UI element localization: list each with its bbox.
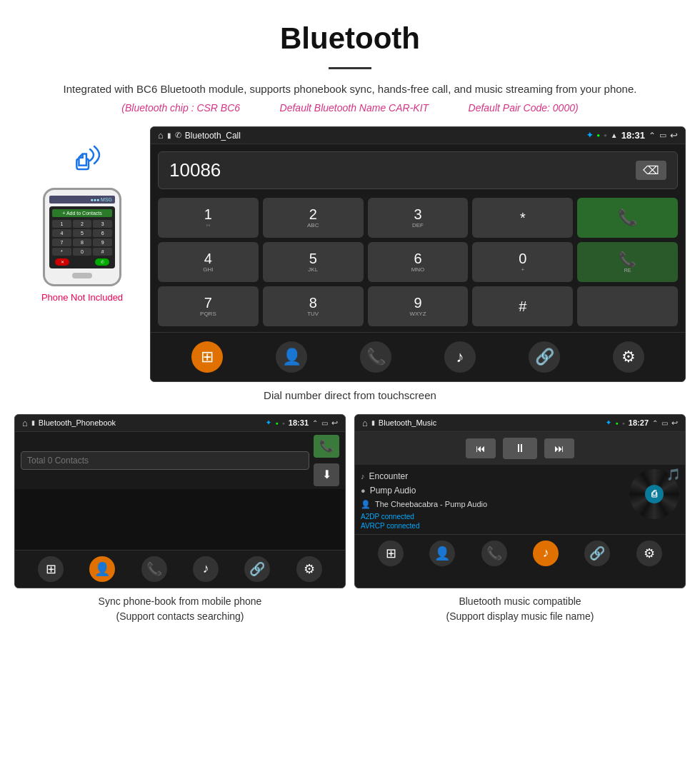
phonebook-side-buttons: 📞 ⬇ [314,435,339,486]
toolbar-link-btn[interactable]: 🔗 [529,341,560,373]
pb-toolbar-settings-btn[interactable]: ⚙ [296,556,322,582]
pb-expand-icon: ⌃ [312,419,318,427]
phone-key-0: 0 [73,248,92,256]
toolbar-settings-btn[interactable]: ⚙ [613,341,644,373]
music-prev-button[interactable]: ⏮ [466,438,496,458]
key-1[interactable]: 1◦◦ [158,198,259,238]
key-redial[interactable]: 📞RE [577,242,678,282]
key-3[interactable]: 3DEF [368,198,469,238]
key-2[interactable]: 2ABC [263,198,364,238]
phonebook-call-button[interactable]: 📞 [314,435,339,458]
signal-dot1: ● [596,132,600,139]
phone-bottom-btns: ✕ ✆ [52,258,112,266]
phone-mockup: ●●● MSG + Add to Contacts 1 2 3 4 5 6 7 … [43,188,121,286]
phonebook-screen: ⌂ ▮ Bluetooth_Phonebook ✦ ● ● 18:31 ⌃ ▭ … [14,414,346,588]
key-hash[interactable]: # [472,286,573,326]
toolbar-contacts-btn[interactable]: 👤 [276,341,307,373]
music-next-button[interactable]: ⏭ [544,438,574,458]
track-1: ♪ Encounter [361,469,624,483]
toolbar-call-btn[interactable]: 📞 [360,341,391,373]
pb-bt-icon: ✦ [266,419,271,426]
phone-home-button [72,273,92,278]
phone-key-hash: # [93,248,112,256]
key-empty [577,286,678,326]
track-3: 👤 The Cheebacabra - Pump Audio [361,498,624,511]
mu-back-icon: ↩ [671,418,678,428]
mu-title: Bluetooth_Music [379,418,436,427]
pb-window-icon: ▭ [321,419,328,427]
phonebook-wrapper: ⌂ ▮ Bluetooth_Phonebook ✦ ● ● 18:31 ⌃ ▭ … [14,414,346,624]
pb-title: Bluetooth_Phonebook [39,418,116,427]
bottom-screens-area: ⌂ ▮ Bluetooth_Phonebook ✦ ● ● 18:31 ⌃ ▭ … [0,414,700,624]
music-play-button[interactable]: ⏸ [503,438,537,459]
mu-toolbar-dialpad-btn[interactable]: ⊞ [378,541,404,566]
avrcp-status: AVRCP connected [361,522,624,530]
backspace-button[interactable]: ⌫ [636,161,666,180]
screen-title: Bluetooth_Call [185,131,241,141]
mu-toolbar-call-btn[interactable]: 📞 [481,541,507,566]
description: Integrated with BC6 Bluetooth module, su… [0,81,700,98]
phone-key-7: 7 [52,238,71,246]
dialer-number-row: 10086 ⌫ [158,151,678,189]
dialer-bottom-toolbar: ⊞ 👤 📞 ♪ 🔗 ⚙ [151,332,685,381]
phonebook-status-bar: ⌂ ▮ Bluetooth_Phonebook ✦ ● ● 18:31 ⌃ ▭ … [15,415,345,432]
phone-key-star: * [52,248,71,256]
home-icon: ⌂ [158,130,164,141]
page-title: Bluetooth [0,0,700,63]
phone-key-1: 1 [52,220,71,228]
phonebook-search-input[interactable] [21,451,309,470]
key-8[interactable]: 8TUV [263,286,364,326]
phone-not-included-label: Phone Not Included [41,292,123,303]
key-9[interactable]: 9WXYZ [368,286,469,326]
bt-name-label: Default Bluetooth Name CAR-KIT [280,102,429,114]
phonebook-bottom-toolbar: ⊞ 👤 📞 ♪ 🔗 ⚙ [15,550,345,588]
pb-home-icon: ⌂ [22,418,28,428]
main-caption: Dial number direct from touchscreen [0,389,700,401]
key-0-plus[interactable]: 0+ [472,242,573,282]
mu-expand-icon: ⌃ [652,419,658,427]
track-note-icon: ♪ [361,472,365,481]
mu-toolbar-music-btn[interactable]: ♪ [533,541,559,566]
music-track-list: ♪ Encounter ● Pump Audio 👤 The Cheebacab… [361,469,624,530]
music-wrapper: ⌂ ▮ Bluetooth_Music ✦ ● ● 18:27 ⌃ ▭ ↩ ⏮ … [354,414,686,624]
signal-dot2: ● [604,132,607,139]
mu-toolbar-link-btn[interactable]: 🔗 [584,541,610,566]
key-star[interactable]: * [472,198,573,238]
a2dp-status: A2DP connected [361,513,624,521]
key-4[interactable]: 4GHI [158,242,259,282]
mu-dot1: ● [615,421,618,426]
phone-call-btn: ✆ [95,258,109,266]
mu-window-icon: ▭ [661,419,668,427]
music-notes-icon: 🎵 [666,468,681,481]
pb-toolbar-dialpad-btn[interactable]: ⊞ [38,556,64,582]
mu-toolbar-settings-btn[interactable]: ⚙ [636,541,662,566]
phonebook-download-button[interactable]: ⬇ [314,463,339,486]
phone-end-btn: ✕ [55,258,69,266]
mu-dot2: ● [622,421,625,426]
music-bottom-toolbar: ⊞ 👤 📞 ♪ 🔗 ⚙ [355,534,685,572]
pb-toolbar-link-btn[interactable]: 🔗 [244,556,270,582]
pb-toolbar-music-btn[interactable]: ♪ [193,556,219,582]
phone-status-icon: ✆ [175,131,181,140]
toolbar-dialpad-btn[interactable]: ⊞ [191,341,223,373]
disc-bluetooth-icon: ⎙ [645,485,664,503]
pb-toolbar-call-btn[interactable]: 📞 [141,556,167,582]
key-7[interactable]: 7PQRS [158,286,259,326]
pb-toolbar-contacts-btn[interactable]: 👤 [89,556,115,582]
window-icon: ▭ [659,131,666,140]
key-5[interactable]: 5JKL [263,242,364,282]
key-6[interactable]: 6MNO [368,242,469,282]
phone-key-4: 4 [52,229,71,237]
mu-toolbar-contacts-btn[interactable]: 👤 [429,541,455,566]
phone-key-9: 9 [93,238,112,246]
mu-sim-icon: ▮ [371,419,375,426]
signal-waves-icon [87,141,107,166]
phone-key-6: 6 [93,229,112,237]
main-content-area: ⎙ ●●● MSG + Add to Contacts 1 2 3 4 5 [0,126,700,382]
pb-time: 18:31 [289,418,309,427]
key-call[interactable]: 📞 [577,198,678,238]
phone-top-bar: ●●● MSG [49,196,115,203]
bluetooth-signal-icon: ⎙ [76,141,89,176]
toolbar-music-btn[interactable]: ♪ [444,341,476,373]
track-2: ● Pump Audio [361,483,624,498]
